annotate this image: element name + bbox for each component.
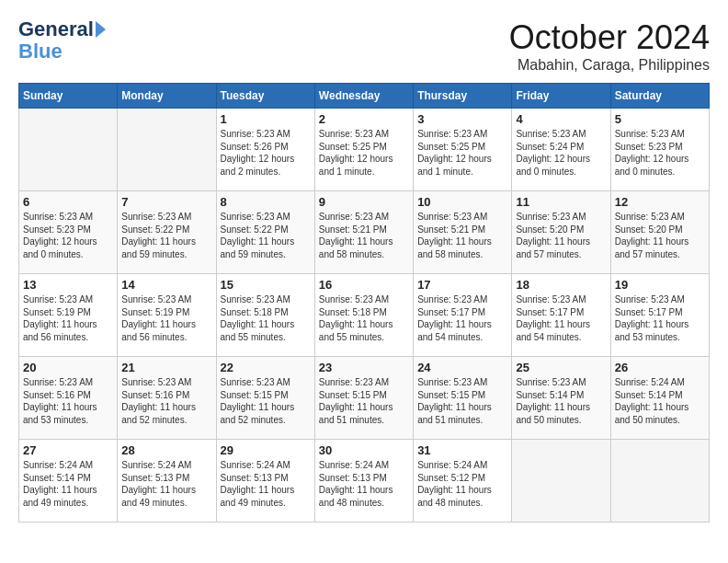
weekday-header-sunday: Sunday bbox=[19, 84, 118, 109]
day-number: 18 bbox=[516, 278, 606, 292]
calendar-cell: 10Sunrise: 5:23 AMSunset: 5:21 PMDayligh… bbox=[414, 191, 512, 274]
calendar-cell: 29Sunrise: 5:24 AMSunset: 5:13 PMDayligh… bbox=[216, 440, 314, 523]
cell-info: Sunrise: 5:24 AMSunset: 5:14 PMDaylight:… bbox=[615, 376, 705, 426]
cell-info: Sunrise: 5:23 AMSunset: 5:25 PMDaylight:… bbox=[417, 128, 507, 178]
cell-info: Sunrise: 5:23 AMSunset: 5:14 PMDaylight:… bbox=[516, 376, 606, 426]
cell-info: Sunrise: 5:23 AMSunset: 5:19 PMDaylight:… bbox=[121, 293, 211, 343]
calendar-cell: 12Sunrise: 5:23 AMSunset: 5:20 PMDayligh… bbox=[610, 191, 709, 274]
day-number: 16 bbox=[319, 278, 409, 292]
calendar-cell: 4Sunrise: 5:23 AMSunset: 5:24 PMDaylight… bbox=[512, 109, 610, 191]
cell-info: Sunrise: 5:23 AMSunset: 5:21 PMDaylight:… bbox=[319, 211, 409, 260]
cell-info: Sunrise: 5:23 AMSunset: 5:18 PMDaylight:… bbox=[221, 293, 311, 343]
cell-info: Sunrise: 5:23 AMSunset: 5:26 PMDaylight:… bbox=[221, 128, 311, 178]
calendar-week-row: 6Sunrise: 5:23 AMSunset: 5:23 PMDaylight… bbox=[19, 191, 710, 274]
calendar-cell: 14Sunrise: 5:23 AMSunset: 5:19 PMDayligh… bbox=[118, 274, 216, 357]
cell-info: Sunrise: 5:23 AMSunset: 5:15 PMDaylight:… bbox=[319, 376, 409, 426]
weekday-header-friday: Friday bbox=[512, 84, 610, 109]
day-number: 17 bbox=[417, 278, 507, 292]
calendar-cell: 16Sunrise: 5:23 AMSunset: 5:18 PMDayligh… bbox=[314, 274, 413, 357]
calendar-cell: 28Sunrise: 5:24 AMSunset: 5:13 PMDayligh… bbox=[118, 440, 216, 523]
calendar-cell: 3Sunrise: 5:23 AMSunset: 5:25 PMDaylight… bbox=[414, 109, 512, 191]
weekday-header-monday: Monday bbox=[118, 84, 216, 109]
calendar-cell: 8Sunrise: 5:23 AMSunset: 5:22 PMDaylight… bbox=[216, 191, 314, 274]
logo-general: General bbox=[18, 18, 94, 40]
weekday-header-tuesday: Tuesday bbox=[216, 84, 314, 109]
calendar-cell: 13Sunrise: 5:23 AMSunset: 5:19 PMDayligh… bbox=[19, 274, 118, 357]
day-number: 24 bbox=[417, 361, 507, 374]
location-title: Mabahin, Caraga, Philippines bbox=[509, 57, 710, 74]
calendar-cell: 27Sunrise: 5:24 AMSunset: 5:14 PMDayligh… bbox=[19, 440, 118, 523]
day-number: 27 bbox=[23, 443, 113, 457]
day-number: 15 bbox=[221, 278, 311, 292]
calendar-cell: 19Sunrise: 5:23 AMSunset: 5:17 PMDayligh… bbox=[610, 274, 709, 357]
cell-info: Sunrise: 5:23 AMSunset: 5:15 PMDaylight:… bbox=[417, 376, 507, 426]
calendar-cell: 6Sunrise: 5:23 AMSunset: 5:23 PMDaylight… bbox=[19, 191, 118, 274]
calendar-week-row: 27Sunrise: 5:24 AMSunset: 5:14 PMDayligh… bbox=[19, 440, 710, 523]
day-number: 28 bbox=[121, 443, 211, 457]
calendar-cell: 24Sunrise: 5:23 AMSunset: 5:15 PMDayligh… bbox=[414, 357, 512, 440]
day-number: 11 bbox=[516, 195, 606, 209]
day-number: 23 bbox=[319, 361, 409, 374]
calendar-header-row: SundayMondayTuesdayWednesdayThursdayFrid… bbox=[19, 84, 710, 109]
cell-info: Sunrise: 5:24 AMSunset: 5:14 PMDaylight:… bbox=[23, 459, 113, 509]
day-number: 22 bbox=[221, 361, 311, 374]
cell-info: Sunrise: 5:23 AMSunset: 5:25 PMDaylight:… bbox=[319, 128, 409, 178]
calendar-cell: 9Sunrise: 5:23 AMSunset: 5:21 PMDaylight… bbox=[314, 191, 413, 274]
calendar-week-row: 20Sunrise: 5:23 AMSunset: 5:16 PMDayligh… bbox=[19, 357, 710, 440]
calendar-cell: 2Sunrise: 5:23 AMSunset: 5:25 PMDaylight… bbox=[314, 109, 413, 191]
day-number: 30 bbox=[319, 443, 409, 457]
day-number: 26 bbox=[615, 361, 705, 374]
logo-blue: Blue bbox=[18, 40, 106, 63]
calendar-cell: 26Sunrise: 5:24 AMSunset: 5:14 PMDayligh… bbox=[610, 357, 709, 440]
day-number: 2 bbox=[319, 112, 409, 126]
cell-info: Sunrise: 5:23 AMSunset: 5:16 PMDaylight:… bbox=[23, 376, 113, 426]
cell-info: Sunrise: 5:23 AMSunset: 5:23 PMDaylight:… bbox=[23, 211, 113, 260]
weekday-header-saturday: Saturday bbox=[610, 84, 709, 109]
calendar-cell: 5Sunrise: 5:23 AMSunset: 5:23 PMDaylight… bbox=[610, 109, 709, 191]
calendar-cell: 23Sunrise: 5:23 AMSunset: 5:15 PMDayligh… bbox=[314, 357, 413, 440]
cell-info: Sunrise: 5:23 AMSunset: 5:17 PMDaylight:… bbox=[516, 293, 606, 343]
calendar-cell: 25Sunrise: 5:23 AMSunset: 5:14 PMDayligh… bbox=[512, 357, 610, 440]
logo: General Blue bbox=[18, 18, 106, 63]
cell-info: Sunrise: 5:23 AMSunset: 5:22 PMDaylight:… bbox=[121, 211, 211, 260]
calendar-cell: 17Sunrise: 5:23 AMSunset: 5:17 PMDayligh… bbox=[414, 274, 512, 357]
cell-info: Sunrise: 5:23 AMSunset: 5:19 PMDaylight:… bbox=[23, 293, 113, 343]
day-number: 8 bbox=[221, 195, 311, 209]
calendar-cell: 15Sunrise: 5:23 AMSunset: 5:18 PMDayligh… bbox=[216, 274, 314, 357]
cell-info: Sunrise: 5:23 AMSunset: 5:17 PMDaylight:… bbox=[417, 293, 507, 343]
day-number: 19 bbox=[615, 278, 705, 292]
cell-info: Sunrise: 5:23 AMSunset: 5:24 PMDaylight:… bbox=[516, 128, 606, 178]
cell-info: Sunrise: 5:23 AMSunset: 5:20 PMDaylight:… bbox=[615, 211, 705, 260]
cell-info: Sunrise: 5:23 AMSunset: 5:21 PMDaylight:… bbox=[417, 211, 507, 260]
day-number: 13 bbox=[23, 278, 113, 292]
day-number: 25 bbox=[516, 361, 606, 374]
calendar-cell bbox=[118, 109, 216, 191]
day-number: 12 bbox=[615, 195, 705, 209]
calendar-cell: 1Sunrise: 5:23 AMSunset: 5:26 PMDaylight… bbox=[216, 109, 314, 191]
calendar-week-row: 13Sunrise: 5:23 AMSunset: 5:19 PMDayligh… bbox=[19, 274, 710, 357]
cell-info: Sunrise: 5:23 AMSunset: 5:22 PMDaylight:… bbox=[221, 211, 311, 260]
month-title: October 2024 bbox=[509, 18, 710, 57]
day-number: 10 bbox=[417, 195, 507, 209]
calendar-cell: 30Sunrise: 5:24 AMSunset: 5:13 PMDayligh… bbox=[314, 440, 413, 523]
cell-info: Sunrise: 5:24 AMSunset: 5:13 PMDaylight:… bbox=[319, 459, 409, 509]
calendar-cell: 21Sunrise: 5:23 AMSunset: 5:16 PMDayligh… bbox=[118, 357, 216, 440]
day-number: 1 bbox=[221, 112, 311, 126]
day-number: 31 bbox=[417, 443, 507, 457]
calendar-cell: 20Sunrise: 5:23 AMSunset: 5:16 PMDayligh… bbox=[19, 357, 118, 440]
calendar-cell: 7Sunrise: 5:23 AMSunset: 5:22 PMDaylight… bbox=[118, 191, 216, 274]
calendar-cell: 11Sunrise: 5:23 AMSunset: 5:20 PMDayligh… bbox=[512, 191, 610, 274]
day-number: 3 bbox=[417, 112, 507, 126]
page-header: General Blue October 2024 Mabahin, Carag… bbox=[18, 18, 710, 74]
calendar-cell: 18Sunrise: 5:23 AMSunset: 5:17 PMDayligh… bbox=[512, 274, 610, 357]
day-number: 21 bbox=[121, 361, 211, 374]
cell-info: Sunrise: 5:24 AMSunset: 5:13 PMDaylight:… bbox=[221, 459, 311, 509]
cell-info: Sunrise: 5:23 AMSunset: 5:20 PMDaylight:… bbox=[516, 211, 606, 260]
day-number: 4 bbox=[516, 112, 606, 126]
calendar-week-row: 1Sunrise: 5:23 AMSunset: 5:26 PMDaylight… bbox=[19, 109, 710, 191]
calendar-cell bbox=[610, 440, 709, 523]
day-number: 9 bbox=[319, 195, 409, 209]
logo-arrow-icon bbox=[96, 21, 106, 38]
cell-info: Sunrise: 5:23 AMSunset: 5:15 PMDaylight:… bbox=[221, 376, 311, 426]
calendar-cell: 22Sunrise: 5:23 AMSunset: 5:15 PMDayligh… bbox=[216, 357, 314, 440]
